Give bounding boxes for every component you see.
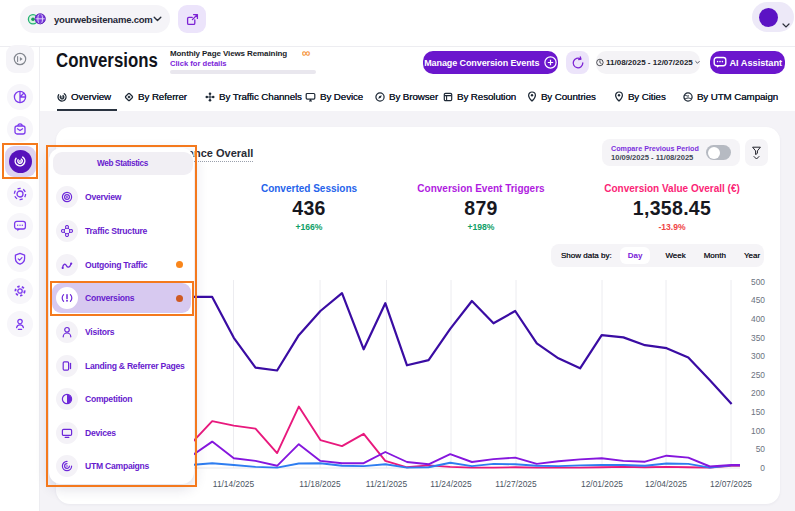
svg-text:100: 100 (751, 426, 765, 436)
svg-text:250: 250 (751, 370, 765, 380)
svg-text:450: 450 (751, 295, 765, 305)
svg-text:12/07/2025: 12/07/2025 (710, 479, 752, 489)
svg-text:11/14/2025: 11/14/2025 (213, 479, 255, 489)
svg-text:11/27/2025: 11/27/2025 (495, 479, 537, 489)
svg-text:400: 400 (751, 314, 765, 324)
svg-text:11/21/2025: 11/21/2025 (366, 479, 408, 489)
svg-text:0: 0 (760, 463, 765, 473)
svg-text:350: 350 (751, 333, 765, 343)
svg-text:50: 50 (756, 444, 766, 454)
svg-text:12/04/2025: 12/04/2025 (645, 479, 687, 489)
svg-text:12/01/2025: 12/01/2025 (581, 479, 623, 489)
svg-text:500: 500 (751, 277, 765, 287)
svg-text:11/18/2025: 11/18/2025 (299, 479, 341, 489)
svg-text:300: 300 (751, 351, 765, 361)
svg-text:150: 150 (751, 407, 765, 417)
svg-text:200: 200 (751, 388, 765, 398)
svg-text:11/24/2025: 11/24/2025 (430, 479, 472, 489)
